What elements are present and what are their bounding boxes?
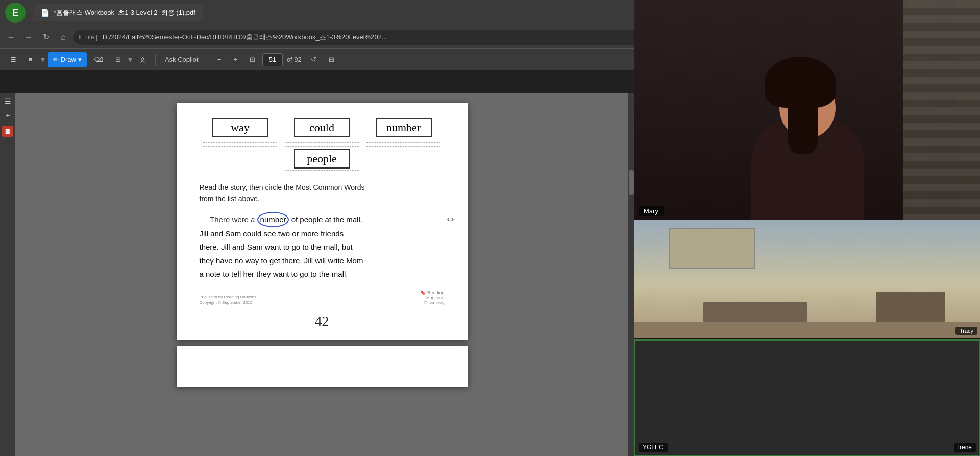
app-icon-letter: E xyxy=(12,8,18,18)
scrollbar-thumb[interactable] xyxy=(629,170,634,195)
circled-number: number xyxy=(257,212,289,227)
irene-name: Irene xyxy=(958,444,972,451)
bookmark-icon: 📑 xyxy=(5,129,11,134)
story-line-4: they have no way to get there. Jill will… xyxy=(200,256,363,265)
mary-hair-left xyxy=(788,92,818,154)
instruction-text: Read the story, then circle the Most Com… xyxy=(200,183,365,203)
dash-bottom-number xyxy=(366,139,440,139)
wall-frame xyxy=(669,228,755,269)
draw-button[interactable]: ✏ Draw ▾ xyxy=(48,52,87,67)
tab-label: *홈클래스 Workbook_초1-3 Level 2_최종 (1).pdf xyxy=(54,8,195,17)
word-row-2: people xyxy=(200,149,445,174)
find-button[interactable]: ≡ xyxy=(23,52,38,67)
tab-area: E 📄 *홈클래스 Workbook_초1-3 Level 2_최종 (1).p… xyxy=(5,3,203,23)
sidebar-toggle[interactable]: ☰ xyxy=(5,97,11,105)
word-col-could: could xyxy=(285,116,359,147)
fit-width-button[interactable]: ⊟ xyxy=(324,52,339,67)
sep-4 xyxy=(208,54,208,66)
active-tab[interactable]: 📄 *홈클래스 Workbook_초1-3 Level 2_최종 (1).pdf xyxy=(33,4,203,21)
dash-top-number xyxy=(366,116,440,116)
furniture-2 xyxy=(876,292,945,322)
word-col-people: people xyxy=(285,149,359,174)
edit-icon[interactable]: ✏ xyxy=(447,212,455,228)
add-page-button[interactable]: + xyxy=(6,111,10,119)
toolbar-sep-1: ▾ xyxy=(41,55,45,64)
dash-bottom-people xyxy=(285,170,359,171)
ask-copilot-button[interactable]: Ask Copilot xyxy=(160,52,204,67)
tracy-video: Tracy xyxy=(634,220,980,338)
back-button[interactable]: ← xyxy=(4,30,18,44)
refresh-button[interactable]: ↻ xyxy=(39,30,53,44)
word-col-way: way xyxy=(203,116,277,147)
publisher-info: Published by Reading Horizons Copyright … xyxy=(200,294,257,305)
bookmark-item[interactable]: 📑 xyxy=(2,126,13,137)
word-way: way xyxy=(212,118,268,137)
pdf-page-2-partial xyxy=(177,346,468,387)
story-text-block: There were a number of people at the mal… xyxy=(200,212,445,281)
story-segment-2: of people at the mall. xyxy=(289,215,362,224)
tracy-video-container: Tracy xyxy=(634,220,980,338)
pdf-icon: 📄 xyxy=(41,9,50,17)
zoom-out-button[interactable]: − xyxy=(212,52,227,67)
dash-bottom-could xyxy=(285,139,359,139)
scrollbar-track[interactable] xyxy=(628,93,634,456)
story-segment-1: There were a xyxy=(200,215,257,224)
word-people: people xyxy=(294,149,350,169)
yglec-label: YGLEC xyxy=(639,443,668,452)
file-label: File | xyxy=(84,34,97,41)
yglec-video: YGLEC Irene xyxy=(634,339,980,456)
dash-bottom-way xyxy=(203,139,277,139)
app-icon: E xyxy=(5,3,26,23)
dash-bottom3-way xyxy=(203,146,277,147)
word-could: could xyxy=(294,118,350,137)
dash-bottom3-could xyxy=(285,146,359,147)
pdf-page-number: 42 xyxy=(200,313,445,329)
dash-bottom2-could xyxy=(285,142,359,143)
draw-label: Draw xyxy=(61,56,76,63)
window-blinds xyxy=(903,0,980,220)
rotate-button[interactable]: ↺ xyxy=(306,52,322,67)
mary-name: Mary xyxy=(644,207,658,215)
pdf-viewer[interactable]: way could number xyxy=(15,93,628,456)
story-line-5: a note to tell her they want to go to th… xyxy=(200,270,348,278)
select-button[interactable]: ⊞ xyxy=(110,52,126,67)
toolbar-sep-2: ▾ xyxy=(128,55,132,64)
dash-bottom2-people xyxy=(285,174,359,174)
left-sidebar: ☰ + 📑 xyxy=(0,93,15,456)
text-format-button[interactable]: 文 xyxy=(134,52,151,67)
dash-bottom3-number xyxy=(366,146,440,147)
publisher-line-1: Published by Reading Horizons xyxy=(200,294,257,300)
sidebar-toggle-button[interactable]: ☰ xyxy=(5,52,21,67)
furniture xyxy=(703,302,807,322)
fit-page-button[interactable]: ⊡ xyxy=(244,52,260,67)
word-number: number xyxy=(376,118,432,137)
story-line-2: Jill and Sam could see two or more frien… xyxy=(200,229,344,238)
logo-icon: 🔖 xyxy=(420,290,426,295)
draw-icon: ✏ xyxy=(53,56,59,63)
ask-copilot-label: Ask Copilot xyxy=(165,56,199,63)
info-icon: ℹ xyxy=(79,34,81,41)
zoom-in-button[interactable]: + xyxy=(228,52,242,67)
page-number-input[interactable] xyxy=(262,53,283,66)
irene-label: Irene xyxy=(954,443,976,452)
eraser-button[interactable]: ⌫ xyxy=(89,52,108,67)
page-of-label: of 92 xyxy=(287,56,302,63)
green-border-indicator xyxy=(634,340,980,456)
yglec-name: YGLEC xyxy=(643,444,664,451)
dash-bottom2-number xyxy=(366,142,440,143)
word-col-number: number xyxy=(366,116,440,147)
tracy-label: Tracy xyxy=(955,327,977,335)
page-footer: Published by Reading Horizons Copyright … xyxy=(200,290,445,305)
logo-text: Reading Horizons Discovery xyxy=(423,290,444,305)
story-line-3: there. Jill and Sam want to go to the ma… xyxy=(200,243,353,251)
story-instruction: Read the story, then circle the Most Com… xyxy=(200,182,445,205)
video-panel: Mary Tracy YGLEC Irene xyxy=(634,0,980,456)
home-button[interactable]: ⌂ xyxy=(56,30,70,44)
mary-label: Mary xyxy=(639,206,664,216)
floor xyxy=(634,322,980,338)
publisher-line-2: Copyright © September 2015 xyxy=(200,300,257,305)
word-row-1: way could number xyxy=(200,116,445,147)
forward-button[interactable]: → xyxy=(21,30,36,44)
reading-horizons-logo: 🔖 Reading Horizons Discovery xyxy=(420,290,444,305)
dash-top-could xyxy=(285,116,359,116)
